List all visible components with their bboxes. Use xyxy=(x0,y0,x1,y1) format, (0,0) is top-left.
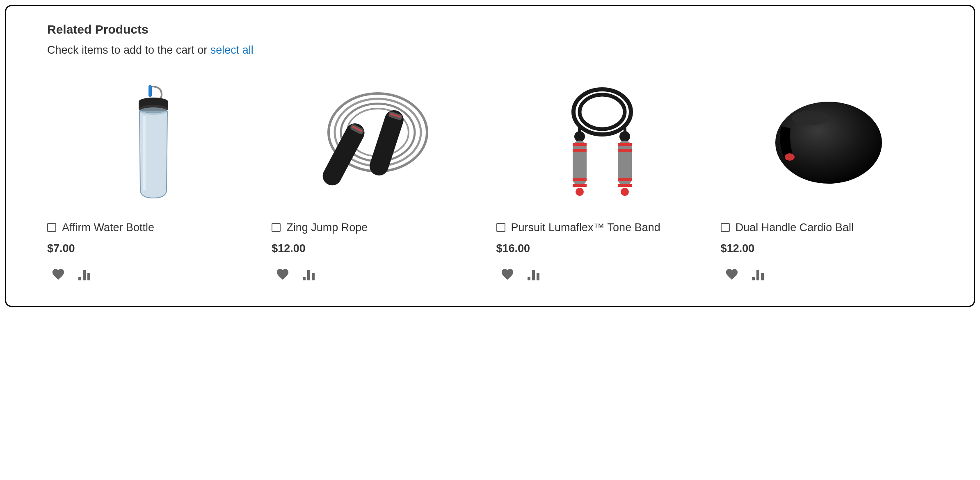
product-price: $12.00 xyxy=(721,242,933,255)
svg-rect-0 xyxy=(148,85,152,97)
svg-point-17 xyxy=(574,131,585,142)
compare-icon[interactable] xyxy=(528,268,539,280)
product-actions xyxy=(496,267,708,281)
select-all-link[interactable]: select all xyxy=(210,44,254,56)
product-name-link[interactable]: Affirm Water Bottle xyxy=(62,221,154,235)
cardio-ball-icon xyxy=(769,98,884,188)
product-header: Pursuit Lumaflex™ Tone Band xyxy=(496,221,708,235)
compare-icon[interactable] xyxy=(78,268,90,280)
svg-rect-26 xyxy=(618,143,632,146)
product-name-link[interactable]: Zing Jump Rope xyxy=(286,221,368,235)
product-image[interactable] xyxy=(721,77,933,208)
svg-rect-28 xyxy=(618,178,632,181)
svg-rect-20 xyxy=(573,149,587,152)
product-card: Pursuit Lumaflex™ Tone Band $16.00 xyxy=(496,77,708,281)
product-name-link[interactable]: Dual Handle Cardio Ball xyxy=(736,221,854,235)
svg-rect-19 xyxy=(573,143,587,146)
svg-rect-21 xyxy=(573,178,587,181)
svg-point-23 xyxy=(576,188,584,196)
product-image[interactable] xyxy=(272,77,484,208)
wishlist-icon[interactable] xyxy=(725,267,739,281)
svg-point-24 xyxy=(619,131,630,142)
jump-rope-icon xyxy=(316,83,439,202)
related-products-panel: Related Products Check items to add to t… xyxy=(5,5,975,307)
product-header: Dual Handle Cardio Ball xyxy=(721,221,933,235)
svg-point-33 xyxy=(792,111,829,125)
product-checkbox[interactable] xyxy=(47,223,56,232)
wishlist-icon[interactable] xyxy=(500,267,514,281)
products-grid: Affirm Water Bottle $7.00 xyxy=(47,77,933,281)
product-price: $12.00 xyxy=(272,242,484,255)
instruction-prefix: Check items to add to the cart or xyxy=(47,44,210,56)
product-checkbox[interactable] xyxy=(272,223,281,232)
wishlist-icon[interactable] xyxy=(51,267,65,281)
product-checkbox[interactable] xyxy=(496,223,505,232)
svg-rect-29 xyxy=(618,184,632,187)
product-image[interactable] xyxy=(47,77,259,208)
product-checkbox[interactable] xyxy=(721,223,730,232)
svg-point-32 xyxy=(785,153,795,161)
svg-point-4 xyxy=(139,107,167,115)
svg-rect-27 xyxy=(618,149,632,152)
svg-rect-22 xyxy=(573,184,587,187)
product-actions xyxy=(272,267,484,281)
compare-icon[interactable] xyxy=(752,268,764,280)
product-card: Affirm Water Bottle $7.00 xyxy=(47,77,259,281)
product-card: Zing Jump Rope $12.00 xyxy=(272,77,484,281)
product-price: $7.00 xyxy=(47,242,259,255)
tone-band-icon xyxy=(557,83,647,202)
product-actions xyxy=(47,267,259,281)
svg-point-16 xyxy=(580,95,625,129)
product-image[interactable] xyxy=(496,77,708,208)
svg-point-30 xyxy=(621,188,629,196)
wishlist-icon[interactable] xyxy=(276,267,290,281)
product-header: Zing Jump Rope xyxy=(272,221,484,235)
product-name-link[interactable]: Pursuit Lumaflex™ Tone Band xyxy=(511,221,660,235)
product-header: Affirm Water Bottle xyxy=(47,221,259,235)
product-card: Dual Handle Cardio Ball $12.00 xyxy=(721,77,933,281)
product-actions xyxy=(721,267,933,281)
svg-point-31 xyxy=(775,102,882,184)
section-title: Related Products xyxy=(47,23,933,36)
water-bottle-icon xyxy=(125,83,182,202)
compare-icon[interactable] xyxy=(303,268,315,280)
instruction-text: Check items to add to the cart or select… xyxy=(47,44,933,57)
product-price: $16.00 xyxy=(496,242,708,255)
